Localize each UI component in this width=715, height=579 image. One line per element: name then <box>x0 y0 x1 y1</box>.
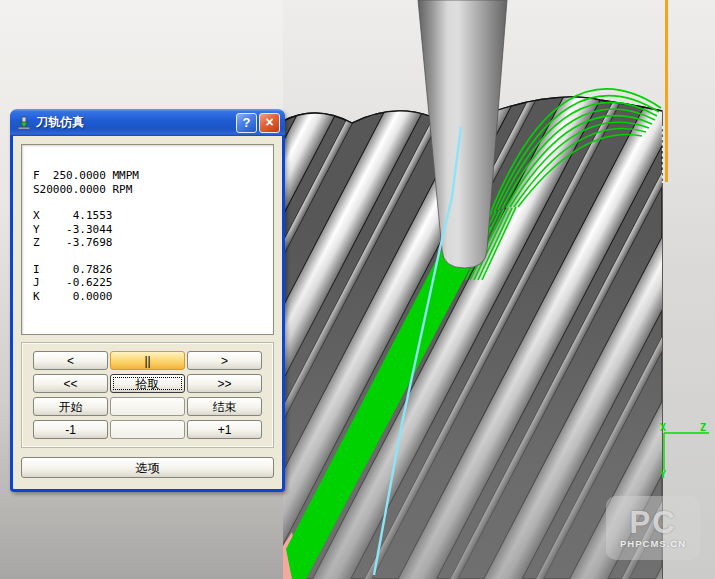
toolpath-simulation-dialog: 刀轨仿真 ? × F 250.0000 MMPM S20000.0000 RPM… <box>10 110 285 492</box>
step-forward-button[interactable]: > <box>187 351 262 370</box>
start-button[interactable]: 开始 <box>33 397 108 416</box>
fast-forward-button[interactable]: >> <box>187 374 262 393</box>
axis-y-label: Y <box>660 469 666 480</box>
i-vector: I 0.7826 <box>33 263 267 277</box>
x-coordinate: X 4.1553 <box>33 209 267 223</box>
dialog-titlebar[interactable]: 刀轨仿真 ? × <box>10 109 285 136</box>
axis-x-label: X <box>660 422 666 433</box>
blank-button[interactable] <box>110 420 185 439</box>
y-coordinate: Y -3.3044 <box>33 223 267 237</box>
pick-button[interactable]: 拾取 <box>110 374 185 393</box>
axis-z-label: Z <box>700 422 706 433</box>
readout-panel: F 250.0000 MMPM S20000.0000 RPM X 4.1553… <box>21 144 274 335</box>
options-button[interactable]: 选项 <box>21 457 274 478</box>
help-button[interactable]: ? <box>236 113 257 133</box>
simulation-viewport[interactable]: X Z Y PC PHPCMS.CN <box>283 0 715 579</box>
step-back-button[interactable]: < <box>33 351 108 370</box>
pause-button[interactable]: || <box>110 351 185 370</box>
blank-button[interactable] <box>110 397 185 416</box>
feed-rate-value: F 250.0000 MMPM <box>33 169 267 183</box>
dialog-title: 刀轨仿真 <box>36 114 234 131</box>
z-coordinate: Z -3.7698 <box>33 236 267 250</box>
plus-one-button[interactable]: +1 <box>187 420 262 439</box>
spindle-speed-value: S20000.0000 RPM <box>33 183 267 197</box>
dialog-icon <box>16 115 32 131</box>
end-button[interactable]: 结束 <box>187 397 262 416</box>
j-vector: J -0.6225 <box>33 276 267 290</box>
minus-one-button[interactable]: -1 <box>33 420 108 439</box>
close-icon[interactable]: × <box>259 113 280 133</box>
machining-scene: X Z Y <box>283 0 715 579</box>
dialog-client-area: F 250.0000 MMPM S20000.0000 RPM X 4.1553… <box>13 136 282 486</box>
playback-controls: < || > << 拾取 >> 开始 结束 -1 +1 <box>21 342 274 448</box>
rewind-button[interactable]: << <box>33 374 108 393</box>
k-vector: K 0.0000 <box>33 290 267 304</box>
